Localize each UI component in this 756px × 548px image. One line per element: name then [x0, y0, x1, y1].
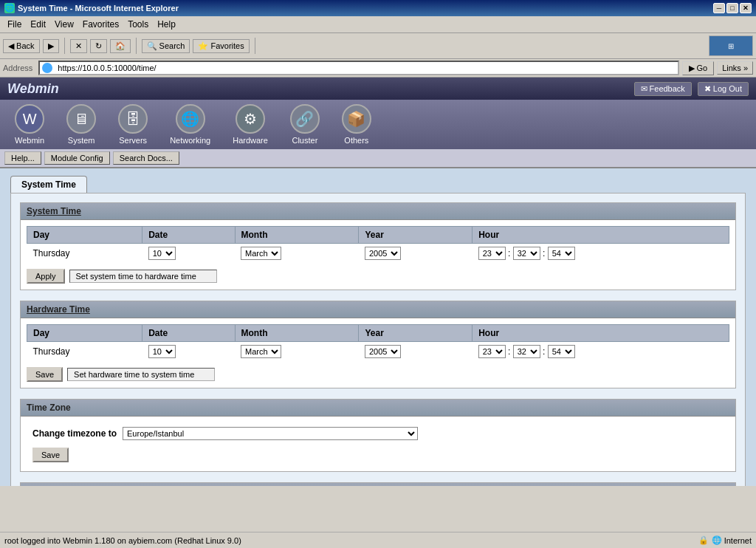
hardware-month-select[interactable]: March — [241, 345, 281, 358]
go-button[interactable]: ▶ Go — [682, 61, 714, 75]
toolbar-separator-3 — [255, 38, 255, 54]
menu-view[interactable]: View — [50, 18, 78, 31]
col-date-2: Date — [142, 325, 235, 342]
webmin-nav-icon: W — [15, 104, 44, 134]
minimize-button[interactable]: ─ — [713, 3, 725, 13]
ssl-icon — [42, 63, 52, 73]
hardware-date-select[interactable]: 10 — [148, 345, 176, 358]
hardware-sec-select[interactable]: 54 — [548, 345, 575, 358]
home-button[interactable]: 🏠 — [110, 39, 131, 53]
timezone-body: Change timezone to Europe/Istanbul UTC A… — [21, 417, 735, 471]
address-label: Address — [3, 64, 35, 72]
nav-label-system: System — [68, 136, 95, 145]
save-hardware-button[interactable]: Save — [27, 367, 63, 382]
col-day-1: Day — [27, 227, 142, 244]
system-min-select[interactable]: 32 — [513, 247, 540, 260]
apply-button[interactable]: Apply — [27, 269, 65, 284]
system-date-select[interactable]: 10 — [148, 247, 176, 260]
system-time-table: Day Date Month Year Hour Thursday — [27, 226, 729, 263]
favorites-button[interactable]: ⭐ Favorites — [193, 39, 249, 53]
nav-label-cluster: Cluster — [292, 136, 317, 145]
links-button[interactable]: Links » — [717, 61, 753, 75]
back-button[interactable]: ◀ Back — [3, 39, 40, 53]
module-config-button[interactable]: Module Config — [44, 151, 110, 165]
nav-item-others[interactable]: 📦 Others — [342, 104, 371, 145]
system-hour-select[interactable]: 23 — [478, 247, 506, 260]
hardware-nav-icon: ⚙ — [236, 104, 265, 134]
system-time-body: Day Date Month Year Hour Thursday — [21, 220, 735, 290]
col-date-1: Date — [142, 227, 235, 244]
nav-item-system[interactable]: 🖥 System — [66, 104, 96, 145]
hardware-month-cell: March — [235, 342, 359, 362]
system-time-section: System Time Day Date Month Year Hour — [20, 202, 736, 290]
close-button[interactable]: ✕ — [740, 3, 752, 13]
address-input-container — [38, 61, 679, 75]
timezone-save-row: Save — [27, 445, 729, 465]
hardware-time-section: Hardware Time Day Date Month Year Hour — [20, 301, 736, 388]
toolbar-separator-2 — [136, 38, 137, 54]
menu-tools[interactable]: Tools — [123, 18, 153, 31]
search-docs-button[interactable]: Search Docs... — [113, 151, 179, 165]
col-month-1: Month — [235, 227, 359, 244]
url-input[interactable] — [55, 63, 676, 73]
hardware-hour-select[interactable]: 23 — [478, 345, 506, 358]
menu-file[interactable]: File — [3, 18, 26, 31]
hardware-min-select[interactable]: 32 — [513, 345, 540, 358]
menu-help[interactable]: Help — [153, 18, 180, 31]
windows-logo: ⊞ — [709, 35, 753, 56]
nav-item-networking[interactable]: 🌐 Networking — [170, 104, 210, 145]
hardware-time-link[interactable]: Hardware Time — [27, 304, 90, 315]
col-hour-2: Hour — [472, 325, 729, 342]
menu-edit[interactable]: Edit — [26, 18, 50, 31]
header-actions: ✉ Feedback ✖ Log Out — [634, 82, 749, 96]
forward-button[interactable]: ▶ — [43, 39, 59, 53]
nav-item-cluster[interactable]: 🔗 Cluster — [290, 104, 320, 145]
hardware-year-cell: 2005 — [359, 342, 472, 362]
system-time-row: Thursday 10 March — [27, 244, 729, 264]
system-year-select[interactable]: 2005 — [365, 247, 401, 260]
col-year-2: Year — [359, 325, 472, 342]
search-button[interactable]: 🔍 Search — [142, 39, 190, 53]
titlebar-title: System Time - Microsoft Internet Explore… — [18, 4, 179, 13]
logout-button[interactable]: ✖ Log Out — [698, 82, 749, 96]
ie-icon: 🌐 — [4, 3, 15, 13]
col-day-2: Day — [27, 325, 142, 342]
nav-item-hardware[interactable]: ⚙ Hardware — [233, 104, 268, 145]
stop-button[interactable]: ✕ — [70, 39, 87, 53]
cluster-nav-icon: 🔗 — [290, 104, 320, 134]
tab-system-time[interactable]: System Time — [10, 176, 87, 193]
networking-nav-icon: 🌐 — [176, 104, 205, 134]
toolbar: ◀ Back ▶ ✕ ↻ 🏠 🔍 Search ⭐ Favorites ⊞ — [0, 33, 756, 59]
refresh-button[interactable]: ↻ — [90, 39, 107, 53]
titlebar-buttons[interactable]: ─ □ ✕ — [713, 3, 752, 13]
system-time-link[interactable]: System Time — [27, 206, 81, 216]
nav-item-servers[interactable]: 🗄 Servers — [118, 104, 148, 145]
nav-item-webmin[interactable]: W Webmin — [15, 104, 44, 145]
timezone-select[interactable]: Europe/Istanbul UTC America/New_York Ame… — [123, 427, 418, 440]
timezone-header-label: Time Zone — [27, 403, 71, 413]
system-month-select[interactable]: March — [241, 247, 281, 260]
webmin-header: Webmin ✉ Feedback ✖ Log Out — [0, 78, 756, 100]
menubar: File Edit View Favorites Tools Help — [0, 16, 756, 33]
help-button[interactable]: Help... — [4, 151, 41, 165]
col-month-2: Month — [235, 325, 359, 342]
menu-favorites[interactable]: Favorites — [78, 18, 123, 31]
maximize-button[interactable]: □ — [726, 3, 738, 13]
hardware-hour-cell: 23 : 32 : 54 — [472, 342, 729, 362]
feedback-button[interactable]: ✉ Feedback — [634, 82, 692, 96]
hardware-day-value: Thursday — [27, 342, 142, 362]
change-timezone-label: Change timezone to — [32, 428, 117, 439]
timezone-row: Change timezone to Europe/Istanbul UTC A… — [27, 422, 729, 445]
tab-content: System Time Day Date Month Year Hour — [10, 193, 746, 486]
system-sec-select[interactable]: 54 — [548, 247, 575, 260]
save-timezone-button[interactable]: Save — [32, 448, 69, 462]
system-year-cell: 2005 — [359, 244, 472, 264]
hardware-time-row: Thursday 10 March — [27, 342, 729, 362]
nav-label-webmin: Webmin — [15, 136, 44, 145]
hardware-time-table: Day Date Month Year Hour Thursday — [27, 324, 729, 361]
set-hardware-label: Set hardware time to system time — [67, 368, 215, 381]
sub-nav: Help... Module Config Search Docs... — [0, 149, 756, 168]
toolbar-separator-1 — [64, 38, 65, 54]
system-time-header: System Time — [21, 203, 735, 220]
hardware-year-select[interactable]: 2005 — [365, 345, 401, 358]
